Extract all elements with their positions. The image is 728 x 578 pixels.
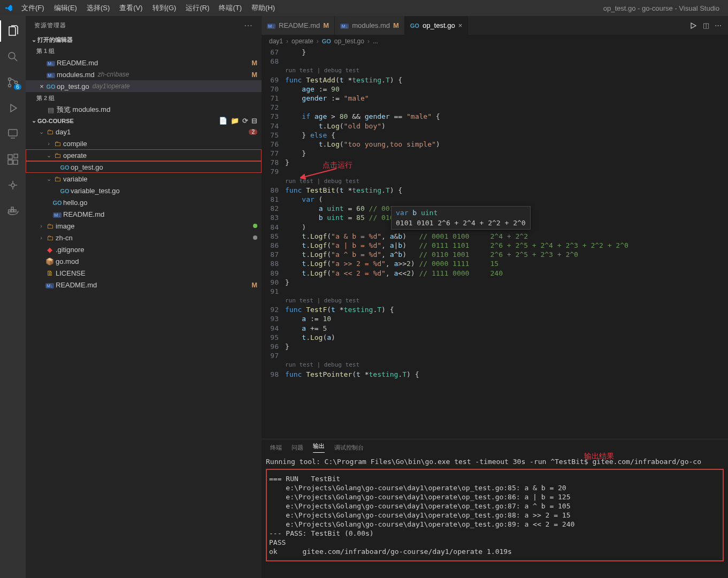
source-control-icon[interactable]: 6 <box>0 72 26 93</box>
editor-tab[interactable]: M↓README.mdM <box>262 16 335 35</box>
file-item[interactable]: M↓README.mdM <box>26 279 262 291</box>
file-type-icon: GO <box>46 82 56 90</box>
editor-tab[interactable]: M↓modules.mdM <box>335 16 405 35</box>
file-item[interactable]: 📦go.mod <box>26 255 262 267</box>
folder-item[interactable]: ⌄🗀operate <box>26 149 262 161</box>
sidebar-more-icon[interactable]: ⋯ <box>244 20 253 31</box>
svg-rect-11 <box>11 210 13 212</box>
open-editors-section[interactable]: ⌄打开的编辑器 <box>26 35 262 45</box>
new-folder-icon[interactable]: 📁 <box>231 117 239 125</box>
menu-bar: 文件(F) 编辑(E) 选择(S) 查看(V) 转到(G) 运行(R) 终端(T… <box>17 1 279 15</box>
menu-run[interactable]: 运行(R) <box>181 1 213 15</box>
go-icon: GO <box>60 163 70 171</box>
file-type-icon: M↓ <box>46 71 56 79</box>
editor-tab[interactable]: GOop_test.go× <box>405 16 468 35</box>
run-tab-icon[interactable] <box>689 21 698 30</box>
svg-rect-4 <box>9 130 17 136</box>
collapse-icon[interactable]: ⊟ <box>251 117 257 125</box>
folder-icon: 🗀 <box>52 175 62 183</box>
debug-icon[interactable] <box>0 97 26 119</box>
tabs-bar: M↓README.mdMM↓modules.mdMGOop_test.go× ◫… <box>262 16 728 35</box>
svg-point-2 <box>9 85 11 87</box>
menu-edit[interactable]: 编辑(E) <box>50 1 81 15</box>
panel-output[interactable]: Running tool: C:\Program Files\Go\bin\go… <box>262 455 728 578</box>
menu-view[interactable]: 查看(V) <box>115 1 147 15</box>
folder-item[interactable]: ⌄🗀variable <box>26 173 262 185</box>
menu-goto[interactable]: 转到(G) <box>148 1 181 15</box>
folder-item[interactable]: ›🗀compile <box>26 138 262 149</box>
annotation-output-label: 输出结果 <box>584 452 614 461</box>
project-section[interactable]: ⌄GO-COURSE 📄 📁 ⟳ ⊟ <box>26 116 262 126</box>
codelens[interactable]: run test | debug test <box>285 296 728 305</box>
panel-tab[interactable]: 问题 <box>292 444 303 452</box>
search-icon[interactable] <box>0 46 26 67</box>
open-editor-item[interactable]: M↓modules.mdzh-cn\baseM <box>26 69 262 80</box>
editor-group-1: 第 1 组 <box>26 45 262 57</box>
refresh-icon[interactable]: ⟳ <box>242 117 248 125</box>
folder-item[interactable]: ›🗀zh-cn <box>26 232 262 244</box>
svg-rect-8 <box>14 154 18 158</box>
folder-item[interactable]: ›🗀image <box>26 220 262 232</box>
md-icon: M↓ <box>45 281 55 289</box>
file-item[interactable]: 🗎LICENSE <box>26 267 262 279</box>
menu-select[interactable]: 选择(S) <box>82 1 114 15</box>
explorer-icon[interactable] <box>0 20 26 42</box>
folder-icon: 🗀 <box>45 128 55 136</box>
go-icon: GO <box>60 187 70 195</box>
gitlens-icon[interactable] <box>0 174 26 196</box>
svg-rect-5 <box>8 155 12 159</box>
codelens[interactable]: run test | debug test <box>285 360 728 369</box>
file-type-icon: ▤ <box>46 106 56 114</box>
window-title: op_test.go - go-course - Visual Studio <box>603 4 724 12</box>
menu-file[interactable]: 文件(F) <box>17 1 49 15</box>
split-icon[interactable]: ◫ <box>703 21 709 30</box>
activity-bar: 6 <box>0 16 26 578</box>
tab-more-icon[interactable]: ⋯ <box>715 21 722 30</box>
file-type-icon: M↓ <box>267 21 275 29</box>
editor-area: M↓README.mdMM↓modules.mdMGOop_test.go× ◫… <box>262 16 728 578</box>
md-icon: M↓ <box>52 210 62 218</box>
panel-tab[interactable]: 终端 <box>270 444 282 452</box>
panel-tab[interactable]: 调试控制台 <box>334 444 364 452</box>
open-editor-item[interactable]: ×GOop_test.goday1\operate <box>26 80 262 92</box>
svg-rect-6 <box>8 160 12 164</box>
close-icon[interactable]: × <box>37 82 46 90</box>
panel-tabs: 终端问题输出调试控制台 <box>262 439 728 455</box>
hover-tooltip: var b uint 0101 0101 2^6 + 2^4 + 2^2 + 2… <box>391 206 531 230</box>
open-editor-item[interactable]: M↓README.mdM <box>26 57 262 69</box>
svg-rect-13 <box>14 210 16 212</box>
codelens[interactable]: run test | debug test <box>285 66 728 75</box>
file-item[interactable]: GOhello.go <box>26 196 262 208</box>
extensions-icon[interactable] <box>0 149 26 170</box>
menu-terminal[interactable]: 终端(T) <box>214 1 246 15</box>
file-type-icon: M↓ <box>340 21 349 29</box>
git-icon: ◆ <box>45 246 55 254</box>
file-type-icon: GO <box>410 21 419 29</box>
remote-icon[interactable] <box>0 123 26 144</box>
open-editor-item[interactable]: ▤预览 modules.md <box>26 104 262 116</box>
new-file-icon[interactable]: 📄 <box>219 117 227 125</box>
code-editor[interactable]: 6768697071727374757677787980818283848586… <box>262 48 728 439</box>
panel-tab[interactable]: 输出 <box>313 442 325 453</box>
menu-help[interactable]: 帮助(H) <box>247 1 279 15</box>
docker-icon[interactable] <box>0 200 26 222</box>
codelens[interactable]: run test | debug test <box>285 177 728 186</box>
annotation-arrow-icon <box>300 166 339 180</box>
bottom-panel: 终端问题输出调试控制台 Running tool: C:\Program Fil… <box>262 439 728 578</box>
close-icon[interactable]: × <box>458 21 463 29</box>
file-item[interactable]: GOvariable_test.go <box>26 185 262 196</box>
vscode-logo-icon <box>4 4 13 12</box>
folder-icon: 🗀 <box>52 151 62 159</box>
folder-item[interactable]: ⌄🗀day12 <box>26 126 262 138</box>
sidebar-title: 资源管理器 ⋯ <box>26 16 262 35</box>
folder-icon: 🗀 <box>45 222 55 230</box>
folder-icon: 🗀 <box>45 234 55 242</box>
file-item[interactable]: GOop_test.go <box>26 161 262 173</box>
svg-point-1 <box>9 78 11 81</box>
file-item[interactable]: M↓README.md <box>26 208 262 220</box>
svg-rect-12 <box>11 207 13 209</box>
file-item[interactable]: ◆.gitignore <box>26 244 262 255</box>
breadcrumb[interactable]: day1› operate› GOop_test.go› ... <box>262 35 728 48</box>
svg-point-3 <box>15 81 18 84</box>
license-icon: 🗎 <box>45 269 55 277</box>
